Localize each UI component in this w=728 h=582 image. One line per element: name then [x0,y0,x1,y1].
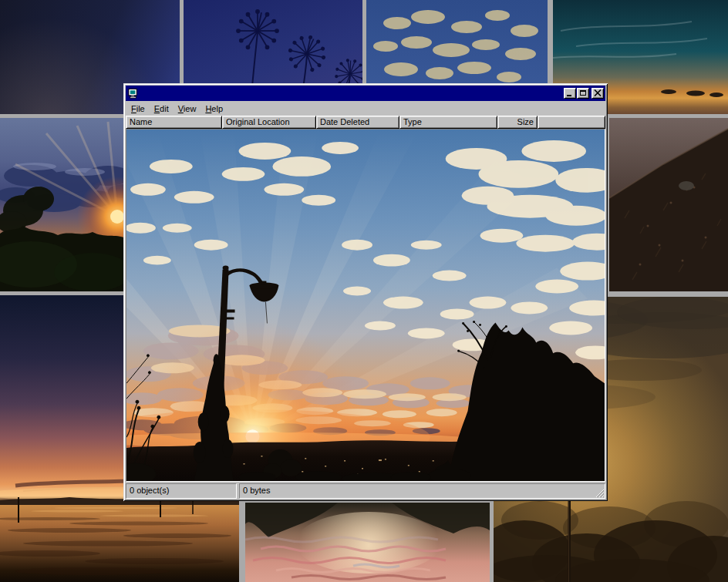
column-header-spacer [538,116,605,129]
hillside-graphic [609,118,728,291]
column-header-size[interactable]: Size [497,116,538,129]
menu-view[interactable]: View [174,102,201,116]
menu-help[interactable]: Help [201,102,228,116]
maximize-icon [580,90,586,96]
title-bar[interactable] [126,86,605,101]
close-icon [594,89,602,96]
wallpaper-tile-sunburst-over-trees [0,118,126,291]
close-button[interactable] [592,88,604,99]
column-header-row: Name Original Location Date Deleted Type… [126,116,605,129]
status-bar: 0 object(s) 0 bytes [126,482,605,499]
menu-bar: File Edit View Help [126,101,605,116]
column-header-name[interactable]: Name [126,116,222,129]
minimize-button[interactable] [564,88,576,99]
recycle-bin-window: File Edit View Help Name Original Locati… [123,83,608,501]
status-size: 0 bytes [239,483,605,499]
maximize-button[interactable] [577,88,589,99]
desktop: { "window": { "title": "", "icon": "comp… [0,0,728,582]
menu-file[interactable]: File [126,102,150,116]
status-object-count: 0 object(s) [126,483,237,499]
computer-icon[interactable] [127,88,140,99]
sunset-lamppost-photo [126,130,605,481]
status-size-text: 0 bytes [243,486,270,495]
wallpaper-tile-pink-water-reflections [245,503,490,582]
resize-grip[interactable] [594,487,604,497]
wallpaper-tile-dusky-hillside [609,118,728,291]
pink-reflections-graphic [245,503,490,582]
sunburst-graphic [0,118,126,291]
minimize-icon [567,95,571,96]
column-header-type[interactable]: Type [399,116,497,129]
menu-edit[interactable]: Edit [150,102,174,116]
column-header-original-location[interactable]: Original Location [222,116,316,129]
column-header-date-deleted[interactable]: Date Deleted [316,116,399,129]
list-view-area[interactable] [126,129,605,482]
